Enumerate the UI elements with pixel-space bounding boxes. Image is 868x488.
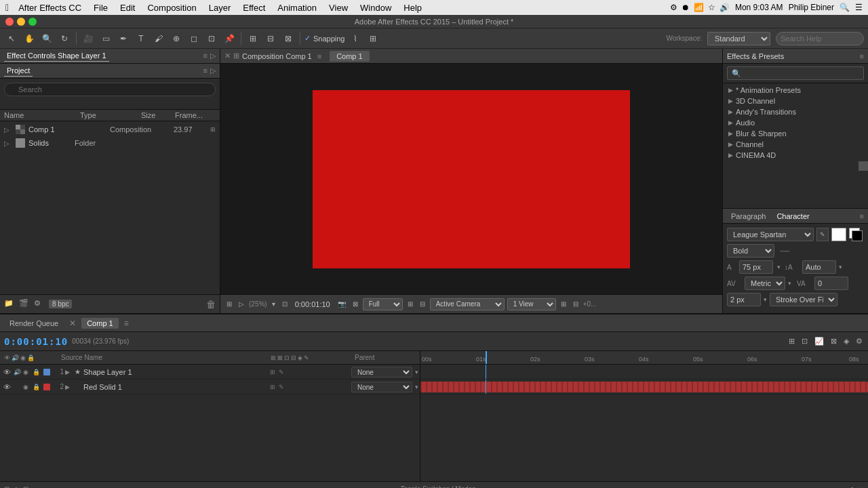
search-help-input[interactable] (776, 32, 864, 45)
pin-tool[interactable]: 📌 (222, 31, 237, 46)
layer1-icon1[interactable]: ⊞ (269, 369, 277, 375)
comp-header-close[interactable]: ✕ (224, 52, 231, 60)
new-comp-btn[interactable]: 🎬 (19, 299, 30, 310)
effect-cinema4d[interactable]: ▶ CINEMA 4D (723, 150, 868, 161)
stroke-type-select[interactable]: Stroke Over Fill (770, 293, 837, 306)
char-size-dropdown[interactable]: ▾ (777, 264, 781, 270)
layer2-solo[interactable]: ◉ (23, 384, 31, 390)
eraser-tool[interactable]: ◻ (186, 31, 201, 46)
style-select[interactable]: Bold (727, 244, 774, 258)
view-select[interactable]: 1 View (507, 298, 556, 310)
col-header-frame[interactable]: Frame... (175, 111, 216, 119)
arrange-tool[interactable]: ⊠ (281, 31, 296, 46)
project-expand-icon[interactable]: ▷ (210, 66, 216, 75)
quality-select[interactable]: Full (363, 298, 403, 310)
expand-comp1[interactable]: ▷ (4, 126, 12, 134)
rotate-tool[interactable]: ↻ (57, 31, 72, 46)
leading-input[interactable] (802, 260, 836, 274)
search-icon[interactable]: 🔍 (840, 3, 850, 12)
layer1-icon2[interactable]: ✎ (277, 369, 285, 375)
layer1-star[interactable]: ★ (75, 368, 81, 375)
stroke-size-input[interactable] (727, 293, 761, 306)
panel-menu-icon[interactable]: ≡ (203, 52, 208, 60)
layer1-eye[interactable]: 👁 (1, 368, 12, 376)
puppet-tool[interactable]: ⊡ (204, 31, 219, 46)
layer2-icon2[interactable]: ✎ (277, 384, 285, 390)
effect-channel[interactable]: ▶ Channel (723, 139, 868, 150)
layer2-parent[interactable]: None (351, 382, 412, 392)
font-color-white[interactable] (831, 228, 846, 241)
settings-btn[interactable]: ⚙ (34, 299, 45, 310)
color-swatch-black[interactable] (852, 230, 863, 241)
resolution-btn[interactable]: ⊞ (406, 299, 415, 309)
layer-row-1[interactable]: 👁 🔊 ◉ 🔒 1 ▶ ★ Shape Layer 1 ⊞ ✎ None ▾ (0, 365, 420, 380)
menu-file[interactable]: File (88, 1, 113, 14)
maximize-btn[interactable] (28, 18, 37, 26)
menu-effect[interactable]: Effect (237, 1, 271, 14)
view-layout-btn[interactable]: ⊞ (559, 299, 568, 309)
kerning-select[interactable]: Metrics (745, 277, 785, 290)
bpc-badge[interactable]: 8 bpc (49, 300, 72, 308)
workspace-select[interactable]: Standard (707, 32, 770, 45)
font-size-input[interactable] (739, 260, 773, 274)
project-item-comp1[interactable]: ▷ Comp 1 Composition 23.97 ⊞ (0, 123, 220, 136)
layer1-parent[interactable]: None (351, 367, 412, 378)
tl-tab-render-queue[interactable]: Render Queue (4, 318, 64, 329)
layer2-eye[interactable]: 👁 (1, 383, 12, 391)
tab-character[interactable]: Character (772, 211, 813, 222)
tl-comp1-menu[interactable]: ≡ (124, 319, 129, 328)
pen-tool[interactable]: ✒ (116, 31, 131, 46)
distribute-tool[interactable]: ⊟ (263, 31, 278, 46)
menu-edit[interactable]: Edit (115, 1, 140, 14)
snapshot-btn[interactable]: 📷 (336, 299, 348, 309)
expand-solids[interactable]: ▷ (4, 140, 12, 147)
effect-audio[interactable]: ▶ Audio (723, 117, 868, 128)
tab-effect-controls[interactable]: Effect Controls Shape Layer 1 (4, 50, 109, 62)
tab-project[interactable]: Project (4, 65, 33, 77)
layer2-expand[interactable]: ▶ (65, 384, 73, 390)
snapping-options[interactable]: ⌇ (348, 31, 363, 46)
panel-expand-icon[interactable]: ▷ (210, 52, 216, 60)
tl-keyframe-btn[interactable]: ◈ (14, 485, 19, 488)
menu-view[interactable]: View (323, 1, 353, 14)
effects-search-input[interactable] (727, 66, 864, 80)
layer1-parent-dropdown-arrow[interactable]: ▾ (415, 369, 418, 375)
menu-aftereffects[interactable]: After Effects CC (13, 1, 87, 14)
tl-bottom-label[interactable]: Toggle Switches / Modes (33, 485, 844, 488)
zoom-tool[interactable]: 🔍 (39, 31, 54, 46)
char-menu-icon[interactable]: ≡ (860, 212, 864, 220)
stroke-size-dropdown[interactable]: ▾ (764, 296, 767, 303)
tl-time-ruler[interactable]: 00s 01s 02s 03s 04s 05s 06s 07s 08s (420, 351, 868, 365)
tl-graph-editor-btn[interactable]: 📈 (813, 336, 825, 347)
rect-tool[interactable]: ▭ (98, 31, 113, 46)
fit-btn[interactable]: ⊡ (280, 299, 290, 309)
col-header-size[interactable]: Size (141, 111, 175, 119)
minimize-btn[interactable] (17, 18, 25, 26)
new-folder-btn[interactable]: 📁 (4, 299, 15, 310)
col-header-type[interactable]: Type (80, 111, 141, 119)
menu-animation[interactable]: Animation (272, 1, 322, 14)
tl-extra-btn[interactable]: ⊡ (23, 485, 28, 488)
track-row-1[interactable] (420, 365, 868, 380)
3d-options[interactable]: ⊞ (366, 31, 380, 46)
close-btn[interactable] (5, 18, 14, 26)
magnification-dropdown[interactable]: ▾ (270, 299, 277, 309)
layer2-lock[interactable]: 🔒 (33, 384, 41, 390)
project-menu-icon[interactable]: ≡ (203, 66, 208, 75)
kerning-dropdown[interactable]: ▾ (788, 280, 791, 287)
effect-andys-transitions[interactable]: ▶ Andy's Transitions (723, 106, 868, 117)
layer1-audio[interactable]: 🔊 (14, 369, 22, 375)
tl-settings-btn[interactable]: ⚙ (854, 336, 864, 347)
tl-add-marker-btn[interactable]: ⊞ (4, 485, 9, 488)
tl-compose-btn[interactable]: ⊞ (787, 336, 796, 347)
align-tool[interactable]: ⊞ (245, 31, 260, 46)
view-3d-btn[interactable]: ⊟ (571, 299, 580, 309)
layer1-expand[interactable]: ▶ (65, 369, 73, 375)
layer2-icon1[interactable]: ⊞ (269, 384, 277, 390)
transparency-btn[interactable]: ⊠ (351, 299, 360, 309)
effect-animation-presets[interactable]: ▶ * Animation Presets (723, 85, 868, 96)
delete-item-btn[interactable]: 🗑 (206, 299, 216, 310)
camera-tool[interactable]: 🎥 (81, 31, 96, 46)
region-btn[interactable]: ⊟ (418, 299, 427, 309)
effects-scroll-btn[interactable] (859, 161, 868, 171)
